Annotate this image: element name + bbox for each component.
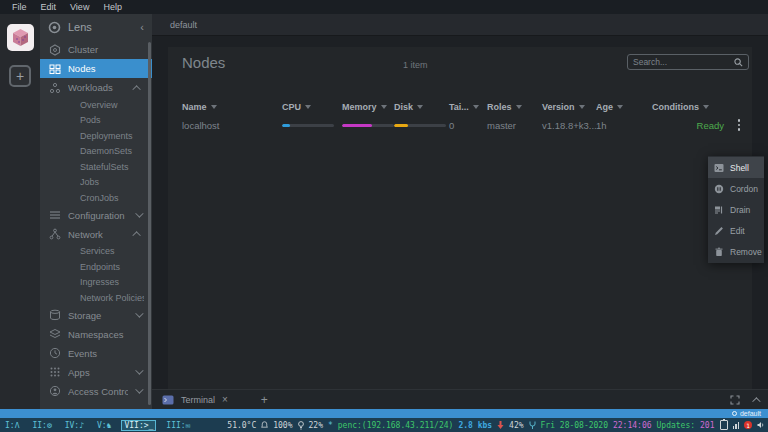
sidebar-scrollbar[interactable] [148, 42, 151, 405]
workspace-2[interactable]: II:⚙ [30, 421, 53, 430]
events-icon [48, 347, 61, 360]
sidebar-item-label: Events [68, 348, 144, 359]
notification-badge[interactable]: 1 [744, 421, 752, 429]
sidebar-header: Lens ‹ [40, 14, 152, 40]
sidebar-item-label: Network Policies [80, 293, 144, 303]
sidebar-item-network-policies[interactable]: Network Policies [40, 290, 152, 306]
sort-arrow-icon [617, 105, 623, 109]
workspace-7-active[interactable]: VII:>_ [122, 421, 155, 430]
workspace-4[interactable]: IV:♪ [63, 421, 86, 430]
column-header-name[interactable]: Name [182, 102, 282, 112]
sidebar-item-cluster[interactable]: Cluster [40, 40, 152, 59]
context-menu-label: Edit [730, 226, 745, 236]
sidebar-item-network[interactable]: Network [40, 225, 152, 244]
sidebar: Lens ‹ Cluster Nodes Workloads Overview … [40, 14, 152, 409]
cluster-cube-icon [10, 27, 31, 48]
sidebar-item-endpoints[interactable]: Endpoints [40, 259, 152, 275]
context-menu-item-edit[interactable]: Edit [708, 220, 764, 241]
tab-default[interactable]: default [152, 14, 215, 35]
chevron-down-icon [135, 385, 143, 393]
sidebar-item-events[interactable]: Events [40, 344, 152, 363]
sidebar-item-jobs[interactable]: Jobs [40, 175, 152, 191]
menu-file[interactable]: File [6, 2, 33, 12]
edit-pencil-icon [714, 226, 724, 236]
app-name: Lens [68, 21, 133, 33]
menu-help[interactable]: Help [97, 2, 128, 12]
nodes-content: Nodes 1 item Name CPU Memory Disk Tai... [152, 36, 768, 389]
workloads-icon [48, 81, 61, 94]
menu-view[interactable]: View [64, 2, 95, 12]
sidebar-item-statefulsets[interactable]: StatefulSets [40, 159, 152, 175]
terminal-tab-label[interactable]: Terminal [181, 395, 215, 405]
sidebar-item-label: Services [80, 246, 144, 256]
add-cluster-button[interactable]: + [9, 65, 31, 87]
sidebar-item-pods[interactable]: Pods [40, 113, 152, 129]
active-cluster-avatar[interactable] [7, 24, 34, 51]
chevron-up-icon[interactable] [752, 397, 760, 405]
status-time: 22:14:06 [613, 421, 652, 430]
brightness-bulb-icon [298, 421, 304, 430]
column-header-version[interactable]: Version [542, 102, 596, 112]
sidebar-item-label: Nodes [68, 63, 144, 74]
drain-icon [714, 205, 724, 215]
configuration-icon [48, 209, 61, 222]
chevron-down-icon [135, 209, 143, 217]
sidebar-item-configuration[interactable]: Configuration [40, 206, 152, 225]
column-header-memory[interactable]: Memory [342, 102, 394, 112]
sidebar-item-deployments[interactable]: Deployments [40, 128, 152, 144]
sort-arrow-icon [381, 105, 387, 109]
sort-arrow-icon [417, 105, 423, 109]
sidebar-item-namespaces[interactable]: Namespaces [40, 325, 152, 344]
active-context-label[interactable]: default [740, 410, 761, 418]
workspace-1[interactable]: I:Λ [3, 421, 21, 430]
context-menu-item-remove[interactable]: Remove [708, 241, 764, 262]
sidebar-item-workloads[interactable]: Workloads [40, 78, 152, 97]
column-header-cpu[interactable]: CPU [282, 102, 342, 112]
node-context-menu: Shell Cordon Drain Edit [708, 156, 764, 263]
sidebar-item-daemonsets[interactable]: DaemonSets [40, 144, 152, 160]
expand-dock-icon[interactable] [730, 395, 740, 405]
sidebar-item-cronjobs[interactable]: CronJobs [40, 190, 152, 206]
close-terminal-icon[interactable]: × [222, 394, 228, 405]
search-input[interactable] [633, 57, 734, 67]
context-menu-label: Drain [730, 205, 750, 215]
bell-icon [261, 421, 268, 429]
sort-arrow-icon [579, 105, 585, 109]
sidebar-item-services[interactable]: Services [40, 244, 152, 260]
column-header-age[interactable]: Age [596, 102, 652, 112]
column-header-roles[interactable]: Roles [487, 102, 542, 112]
kebab-menu-icon[interactable] [732, 118, 746, 132]
context-menu-item-cordon[interactable]: Cordon [708, 178, 764, 199]
context-menu-item-drain[interactable]: Drain [708, 199, 764, 220]
menu-edit[interactable]: Edit [35, 2, 63, 12]
access-control-icon [48, 385, 61, 398]
sidebar-item-label: Namespaces [68, 329, 144, 340]
sidebar-collapse-icon[interactable]: ‹ [140, 21, 144, 33]
sidebar-item-label: Pods [80, 115, 144, 125]
kubernetes-helm-icon [732, 411, 737, 416]
column-header-disk[interactable]: Disk [394, 102, 449, 112]
sidebar-item-storage[interactable]: Storage [40, 306, 152, 325]
column-header-taints[interactable]: Tai... [449, 102, 487, 112]
context-menu-item-shell[interactable]: Shell [708, 157, 764, 178]
status-badge-ready[interactable]: Ready [697, 120, 724, 131]
sidebar-item-nodes[interactable]: Nodes [40, 59, 152, 78]
terminal-dock-bar: Terminal × + [152, 389, 768, 409]
chevron-down-icon [135, 309, 143, 317]
table-row[interactable]: localhost 0 master v1.18.8+k3... 1h Read… [168, 115, 752, 135]
sidebar-item-label: Network [68, 229, 128, 240]
storage-icon [48, 309, 61, 322]
sidebar-item-overview[interactable]: Overview [40, 97, 152, 113]
column-header-conditions[interactable]: Conditions [652, 102, 709, 112]
nodes-panel: Nodes 1 item Name CPU Memory Disk Tai... [168, 47, 752, 389]
sidebar-item-access-control[interactable]: Access Control [40, 382, 152, 401]
workspace-5[interactable]: V:♞ [95, 421, 113, 430]
chevron-down-icon [135, 366, 143, 374]
sidebar-item-label: Ingresses [80, 277, 144, 287]
sidebar-item-apps[interactable]: Apps [40, 363, 152, 382]
sidebar-item-label: CronJobs [80, 193, 144, 203]
add-terminal-icon[interactable]: + [261, 393, 268, 407]
items-count: 1 item [403, 60, 428, 70]
sidebar-item-ingresses[interactable]: Ingresses [40, 275, 152, 291]
workspace-3[interactable]: III:✉ [164, 421, 192, 430]
